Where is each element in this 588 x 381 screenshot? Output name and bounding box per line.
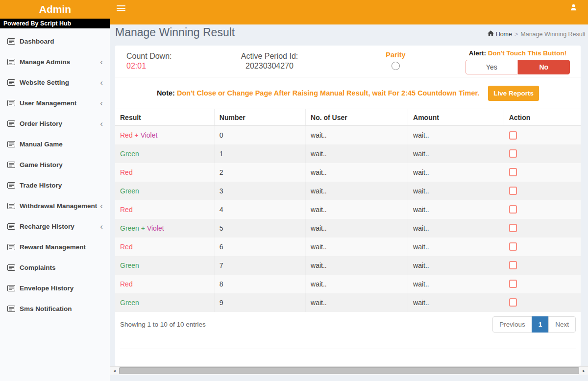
amount-cell: wait..	[408, 238, 504, 256]
number-cell: 5	[214, 219, 305, 238]
parity-label: Parity	[326, 51, 466, 59]
sidebar-item-withdrawal-management[interactable]: Withdrawal Management‹	[0, 195, 110, 216]
sidebar-item-label: Game History	[20, 161, 103, 168]
select-result-checkbox[interactable]	[509, 149, 517, 158]
select-result-checkbox[interactable]	[509, 242, 517, 251]
table-footer: Showing 1 to 10 of 10 entries Previous 1…	[115, 312, 581, 333]
home-icon	[488, 30, 494, 38]
parity-radio[interactable]	[392, 62, 400, 70]
sidebar-item-label: Manual Game	[20, 141, 103, 148]
sidebar-item-manual-game[interactable]: Manual Game	[0, 134, 110, 154]
select-result-checkbox[interactable]	[509, 168, 517, 176]
scrollbar-thumb[interactable]	[119, 367, 579, 374]
list-icon	[7, 59, 15, 65]
sidebar-toggle-hamburger-icon[interactable]	[117, 5, 125, 13]
scrollbar-right-arrow-icon[interactable]: ▸	[580, 367, 588, 375]
sidebar-item-label: Trade History	[20, 182, 103, 189]
table-row: Green9wait..wait..	[115, 293, 581, 312]
powered-by-banner: Powered By Script Hub	[0, 19, 110, 28]
sidebar-item-envelope-history[interactable]: Envelope History	[0, 278, 110, 298]
users-cell: wait..	[306, 275, 408, 293]
sidebar-item-label: Recharge History	[20, 223, 100, 230]
breadcrumb-home-link[interactable]: Home	[488, 30, 512, 38]
live-reports-button[interactable]: Live Reports	[488, 86, 539, 101]
table-row: Red + Violet0wait..wait..	[115, 126, 581, 144]
select-result-checkbox[interactable]	[509, 280, 517, 288]
users-cell: wait..	[306, 219, 408, 238]
number-cell: 1	[214, 144, 305, 163]
result-cell: Green	[115, 144, 214, 163]
table-header-row: ResultNumberNo. of UserAmountAction	[115, 109, 581, 126]
yes-button[interactable]: Yes	[466, 60, 518, 74]
alert-block: Alert: Don't Touch This Button! Yes No	[466, 46, 581, 77]
chevron-left-icon: ‹	[100, 78, 103, 87]
list-icon	[7, 182, 15, 189]
select-result-checkbox[interactable]	[509, 298, 517, 307]
sidebar-item-website-setting[interactable]: Website Setting‹	[0, 72, 110, 93]
result-segment: Violet	[141, 131, 158, 139]
sidebar-item-label: Complaints	[20, 264, 103, 271]
horizontal-scrollbar[interactable]: ◂ ▸	[110, 366, 588, 375]
select-result-checkbox[interactable]	[509, 131, 517, 140]
chevron-left-icon: ‹	[100, 99, 103, 107]
list-icon	[7, 306, 15, 312]
chevron-left-icon: ‹	[100, 58, 103, 66]
sidebar: DashboardManage Admins‹Website Setting‹U…	[0, 28, 110, 381]
action-cell	[504, 126, 581, 144]
sidebar-item-recharge-history[interactable]: Recharge History‹	[0, 216, 110, 237]
sidebar-item-label: Manage Admins	[20, 58, 100, 66]
sidebar-item-label: Reward Management	[20, 243, 103, 251]
user-menu[interactable]	[570, 3, 577, 13]
users-cell: wait..	[306, 163, 408, 182]
result-cell: Red	[115, 238, 214, 256]
sidebar-item-reward-management[interactable]: Reward Management	[0, 237, 110, 257]
result-segment: Violet	[147, 224, 164, 232]
list-icon	[7, 264, 15, 271]
column-header-number: Number	[214, 109, 305, 126]
amount-cell: wait..	[408, 163, 504, 182]
action-cell	[504, 293, 581, 312]
select-result-checkbox[interactable]	[509, 205, 517, 214]
scrollbar-left-arrow-icon[interactable]: ◂	[110, 367, 119, 375]
sidebar-item-game-history[interactable]: Game History	[0, 154, 110, 175]
sidebar-item-order-history[interactable]: Order History‹	[0, 113, 110, 134]
select-result-checkbox[interactable]	[509, 261, 517, 269]
amount-cell: wait..	[408, 126, 504, 144]
result-segment: Green	[120, 187, 139, 195]
select-result-checkbox[interactable]	[509, 224, 517, 232]
table-row: Red6wait..wait..	[115, 238, 581, 256]
table-row: Green3wait..wait..	[115, 182, 581, 200]
number-cell: 6	[214, 238, 305, 256]
sidebar-item-sms-notification[interactable]: Sms Notification	[0, 298, 110, 319]
countdown-label: Count Down:	[126, 52, 213, 61]
sidebar-item-complaints[interactable]: Complaints	[0, 257, 110, 278]
sidebar-item-dashboard[interactable]: Dashboard	[0, 31, 110, 51]
pagination-next-button[interactable]: Next	[548, 316, 576, 333]
result-cell: Green	[115, 293, 214, 312]
users-cell: wait..	[306, 238, 408, 256]
sidebar-item-trade-history[interactable]: Trade History	[0, 175, 110, 195]
list-icon	[7, 203, 15, 209]
panel-bottom-divider	[120, 349, 576, 349]
no-button[interactable]: No	[518, 60, 570, 74]
pagination-page-1-button[interactable]: 1	[532, 316, 549, 333]
sidebar-item-label: Website Setting	[20, 79, 100, 86]
number-cell: 3	[214, 182, 305, 200]
countdown-block: Count Down: 02:01	[115, 46, 213, 77]
list-icon	[7, 79, 15, 86]
brand-logo[interactable]: Admin	[0, 0, 110, 19]
result-cell: Red	[115, 200, 214, 219]
countdown-value: 02:01	[126, 62, 213, 71]
sidebar-item-manage-admins[interactable]: Manage Admins‹	[0, 51, 110, 72]
select-result-checkbox[interactable]	[509, 187, 517, 195]
list-icon	[7, 38, 15, 45]
sidebar-menu: DashboardManage Admins‹Website Setting‹U…	[0, 31, 110, 319]
note-message: Don't Close or Change Page After Raising…	[177, 89, 479, 97]
result-segment: Red	[120, 168, 133, 176]
sidebar-item-user-management[interactable]: User Management‹	[0, 93, 110, 113]
action-cell	[504, 219, 581, 238]
pagination-previous-button[interactable]: Previous	[492, 316, 532, 333]
sidebar-item-label: Withdrawal Management	[20, 202, 100, 210]
amount-cell: wait..	[408, 144, 504, 163]
amount-cell: wait..	[408, 200, 504, 219]
